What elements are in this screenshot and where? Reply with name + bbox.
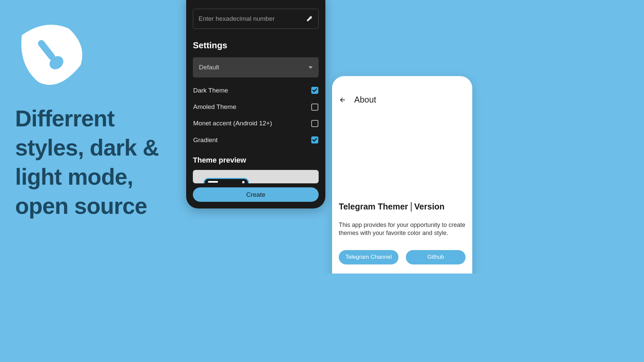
about-app-name: Telegram Themer bbox=[339, 202, 408, 212]
promo-tagline: Differrent styles, dark & light mode, op… bbox=[15, 104, 176, 221]
about-app-name-row: Telegram Themer Version bbox=[339, 202, 466, 212]
option-label: Amoled Theme bbox=[193, 103, 236, 111]
checkbox-checked-icon[interactable] bbox=[311, 136, 318, 143]
settings-select[interactable]: Default bbox=[193, 57, 319, 77]
app-logo bbox=[15, 22, 86, 87]
option-row-dark-theme[interactable]: Dark Theme bbox=[193, 82, 319, 99]
option-label: Gradient bbox=[193, 136, 218, 144]
checkbox-icon[interactable] bbox=[311, 120, 318, 127]
github-button[interactable]: Github bbox=[406, 250, 466, 264]
option-label: Dark Theme bbox=[193, 87, 228, 94]
hex-input-placeholder: Enter hexadecimal number bbox=[199, 15, 275, 22]
telegram-channel-button[interactable]: Telegram Channel bbox=[339, 250, 398, 264]
option-label: Monet accent (Android 12+) bbox=[193, 120, 272, 127]
theme-preview-heading: Theme preview bbox=[193, 156, 319, 165]
settings-heading: Settings bbox=[193, 40, 319, 51]
option-row-gradient[interactable]: Gradient bbox=[193, 132, 319, 148]
hex-input[interactable]: Enter hexadecimal number bbox=[193, 9, 319, 29]
create-button[interactable]: Create bbox=[193, 187, 319, 202]
chevron-down-icon bbox=[309, 66, 313, 69]
phone-mock-settings: Enter hexadecimal number Settings Defaul… bbox=[186, 0, 325, 208]
phone-mock-about: About Telegram Themer Version This app p… bbox=[332, 76, 472, 274]
button-label: Telegram Channel bbox=[345, 254, 392, 260]
checkbox-icon[interactable] bbox=[311, 104, 318, 111]
theme-preview bbox=[193, 170, 319, 184]
divider-icon bbox=[411, 202, 412, 212]
eyedropper-icon[interactable] bbox=[306, 15, 313, 22]
about-title: About bbox=[354, 95, 376, 105]
button-label: Github bbox=[427, 254, 444, 260]
option-row-monet-accent[interactable]: Monet accent (Android 12+) bbox=[193, 115, 319, 132]
create-button-label: Create bbox=[246, 191, 265, 198]
option-row-amoled-theme[interactable]: Amoled Theme bbox=[193, 99, 319, 115]
about-version-label: Version bbox=[414, 202, 444, 212]
about-description: This app provides for your opportunity t… bbox=[339, 221, 466, 237]
preview-phone-icon bbox=[204, 178, 249, 183]
checkbox-checked-icon[interactable] bbox=[311, 87, 318, 94]
settings-select-value: Default bbox=[199, 64, 219, 71]
back-arrow-icon[interactable] bbox=[339, 96, 346, 104]
